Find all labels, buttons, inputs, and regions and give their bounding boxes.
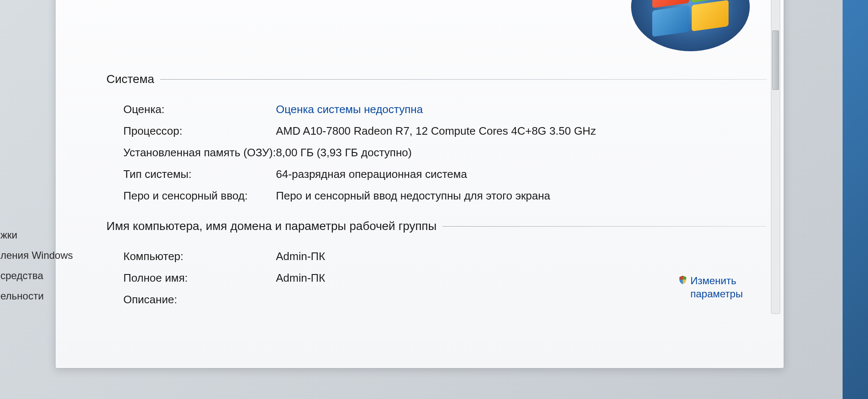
- field-pen-touch: Перо и сенсорный ввод: Перо и сенсорный …: [106, 185, 767, 207]
- rating-link[interactable]: Оценка системы недоступна: [276, 103, 767, 116]
- field-computer: Компьютер: Admin-ПК: [106, 246, 767, 267]
- field-label: Полное имя:: [123, 272, 276, 285]
- section-title-system: Система: [106, 72, 160, 86]
- field-value: Перо и сенсорный ввод недоступны для это…: [276, 189, 767, 202]
- field-label: Процессор:: [123, 125, 276, 138]
- field-value: 8,00 ГБ (3,93 ГБ доступно): [276, 146, 767, 159]
- system-section: Система Оценка: Оценка системы недоступн…: [106, 72, 767, 207]
- field-label: Тип системы:: [123, 168, 276, 181]
- section-divider: [160, 79, 767, 80]
- field-processor: Процессор: AMD A10-7800 Radeon R7, 12 Co…: [106, 120, 767, 142]
- desktop-background-edge: [843, 0, 868, 399]
- change-settings-label: Изменить параметры: [690, 274, 750, 300]
- field-full-name: Полное имя: Admin-ПК: [106, 267, 767, 289]
- scrollbar-thumb[interactable]: [772, 30, 779, 90]
- field-value: AMD A10-7800 Radeon R7, 12 Compute Cores…: [276, 125, 767, 138]
- field-label: Установленная память (ОЗУ):: [123, 146, 276, 159]
- field-description: Описание:: [106, 289, 767, 310]
- computer-name-section: Имя компьютера, имя домена и параметры р…: [106, 219, 767, 310]
- field-value: Admin-ПК: [276, 250, 767, 263]
- change-settings-link[interactable]: Изменить параметры: [678, 274, 750, 300]
- content-pane: Система Оценка: Оценка системы недоступн…: [56, 0, 784, 368]
- field-rating: Оценка: Оценка системы недоступна: [106, 99, 767, 120]
- section-divider: [442, 226, 767, 227]
- field-label: Компьютер:: [123, 250, 276, 263]
- field-label: Описание:: [123, 293, 276, 306]
- shield-icon: [678, 275, 688, 285]
- field-label: Перо и сенсорный ввод:: [123, 189, 276, 202]
- section-title-computer-name: Имя компьютера, имя домена и параметры р…: [106, 219, 442, 233]
- system-properties-window: жки ления Windows средства ельности Сист…: [55, 0, 784, 369]
- field-value: 64-разрядная операционная система: [276, 168, 767, 181]
- field-memory: Установленная память (ОЗУ): 8,00 ГБ (3,9…: [106, 142, 767, 163]
- field-system-type: Тип системы: 64-разрядная операционная с…: [106, 163, 767, 185]
- vertical-scrollbar[interactable]: [771, 0, 780, 314]
- windows-logo: [631, 0, 750, 51]
- field-label: Оценка:: [123, 103, 276, 116]
